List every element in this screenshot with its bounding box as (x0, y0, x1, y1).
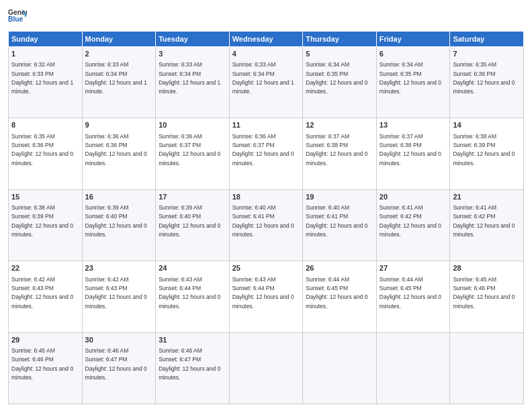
calendar-cell: 16 Sunrise: 6:39 AMSunset: 6:40 PMDaylig… (82, 189, 156, 261)
calendar-cell: 12 Sunrise: 6:37 AMSunset: 6:38 PMDaylig… (303, 118, 377, 189)
day-info: Sunrise: 6:42 AMSunset: 6:43 PMDaylight:… (11, 276, 73, 310)
calendar-header-tuesday: Tuesday (156, 32, 230, 47)
day-info: Sunrise: 6:37 AMSunset: 6:38 PMDaylight:… (306, 133, 367, 167)
day-info: Sunrise: 6:33 AMSunset: 6:34 PMDaylight:… (85, 61, 147, 95)
calendar-cell: 10 Sunrise: 6:36 AMSunset: 6:37 PMDaylig… (156, 118, 230, 189)
day-number: 9 (85, 120, 153, 130)
day-info: Sunrise: 6:33 AMSunset: 6:34 PMDaylight:… (159, 61, 220, 95)
calendar-cell: 28 Sunrise: 6:45 AMSunset: 6:46 PMDaylig… (450, 261, 524, 332)
day-number: 21 (453, 192, 521, 202)
day-number: 8 (11, 120, 79, 130)
day-number: 1 (11, 49, 79, 59)
header: General Blue (8, 7, 524, 26)
calendar-cell: 21 Sunrise: 6:41 AMSunset: 6:42 PMDaylig… (450, 189, 524, 261)
day-number: 2 (85, 49, 153, 59)
calendar-cell: 4 Sunrise: 6:33 AMSunset: 6:34 PMDayligh… (229, 47, 303, 118)
day-info: Sunrise: 6:45 AMSunset: 6:46 PMDaylight:… (11, 347, 73, 381)
day-info: Sunrise: 6:40 AMSunset: 6:41 PMDaylight:… (232, 204, 294, 238)
day-number: 10 (159, 120, 226, 130)
day-info: Sunrise: 6:38 AMSunset: 6:39 PMDaylight:… (453, 133, 515, 167)
calendar-cell: 2 Sunrise: 6:33 AMSunset: 6:34 PMDayligh… (82, 47, 156, 118)
calendar-cell (229, 332, 303, 404)
calendar-cell: 22 Sunrise: 6:42 AMSunset: 6:43 PMDaylig… (9, 261, 83, 332)
calendar-cell: 25 Sunrise: 6:43 AMSunset: 6:44 PMDaylig… (229, 261, 303, 332)
day-number: 4 (232, 49, 300, 59)
day-number: 27 (380, 263, 447, 273)
calendar-cell: 11 Sunrise: 6:36 AMSunset: 6:37 PMDaylig… (229, 118, 303, 189)
day-number: 7 (453, 49, 521, 59)
day-number: 31 (159, 335, 226, 345)
day-info: Sunrise: 6:43 AMSunset: 6:44 PMDaylight:… (232, 276, 294, 310)
day-info: Sunrise: 6:36 AMSunset: 6:37 PMDaylight:… (232, 133, 294, 167)
day-info: Sunrise: 6:36 AMSunset: 6:36 PMDaylight:… (85, 133, 147, 167)
day-info: Sunrise: 6:34 AMSunset: 6:35 PMDaylight:… (306, 61, 367, 95)
calendar-table: SundayMondayTuesdayWednesdayThursdayFrid… (8, 31, 524, 404)
day-number: 3 (159, 49, 226, 59)
calendar-cell: 8 Sunrise: 6:35 AMSunset: 6:36 PMDayligh… (9, 118, 83, 189)
calendar-cell: 27 Sunrise: 6:44 AMSunset: 6:45 PMDaylig… (376, 261, 450, 332)
calendar-week-row: 8 Sunrise: 6:35 AMSunset: 6:36 PMDayligh… (9, 118, 524, 189)
calendar-header-monday: Monday (82, 32, 156, 47)
day-number: 15 (11, 192, 79, 202)
day-number: 5 (306, 49, 373, 59)
day-info: Sunrise: 6:37 AMSunset: 6:38 PMDaylight:… (380, 133, 441, 167)
day-number: 14 (453, 120, 521, 130)
calendar-cell (376, 332, 450, 404)
calendar-cell: 9 Sunrise: 6:36 AMSunset: 6:36 PMDayligh… (82, 118, 156, 189)
calendar-cell: 17 Sunrise: 6:39 AMSunset: 6:40 PMDaylig… (156, 189, 230, 261)
day-number: 22 (11, 263, 79, 273)
day-number: 25 (232, 263, 300, 273)
day-info: Sunrise: 6:46 AMSunset: 6:47 PMDaylight:… (85, 347, 147, 381)
day-info: Sunrise: 6:32 AMSunset: 6:33 PMDaylight:… (11, 61, 73, 95)
calendar-header-friday: Friday (376, 32, 450, 47)
calendar-header-sunday: Sunday (9, 32, 83, 47)
day-info: Sunrise: 6:44 AMSunset: 6:45 PMDaylight:… (380, 276, 441, 310)
day-number: 19 (306, 192, 373, 202)
calendar-cell: 3 Sunrise: 6:33 AMSunset: 6:34 PMDayligh… (156, 47, 230, 118)
day-number: 13 (380, 120, 447, 130)
day-info: Sunrise: 6:39 AMSunset: 6:40 PMDaylight:… (85, 204, 147, 238)
calendar-cell: 6 Sunrise: 6:34 AMSunset: 6:35 PMDayligh… (376, 47, 450, 118)
day-info: Sunrise: 6:43 AMSunset: 6:44 PMDaylight:… (159, 276, 220, 310)
calendar-week-row: 29 Sunrise: 6:45 AMSunset: 6:46 PMDaylig… (9, 332, 524, 404)
calendar-cell (303, 332, 377, 404)
day-number: 17 (159, 192, 226, 202)
day-info: Sunrise: 6:35 AMSunset: 6:36 PMDaylight:… (453, 61, 515, 95)
calendar-cell: 7 Sunrise: 6:35 AMSunset: 6:36 PMDayligh… (450, 47, 524, 118)
day-info: Sunrise: 6:45 AMSunset: 6:46 PMDaylight:… (453, 276, 515, 310)
calendar-cell: 26 Sunrise: 6:44 AMSunset: 6:45 PMDaylig… (303, 261, 377, 332)
day-number: 6 (380, 49, 447, 59)
calendar-header-saturday: Saturday (450, 32, 524, 47)
calendar-cell: 19 Sunrise: 6:40 AMSunset: 6:41 PMDaylig… (303, 189, 377, 261)
calendar-cell: 23 Sunrise: 6:42 AMSunset: 6:43 PMDaylig… (82, 261, 156, 332)
logo-icon: General Blue (8, 7, 27, 26)
day-info: Sunrise: 6:39 AMSunset: 6:40 PMDaylight:… (159, 204, 220, 238)
day-info: Sunrise: 6:40 AMSunset: 6:41 PMDaylight:… (306, 204, 367, 238)
calendar-week-row: 15 Sunrise: 6:38 AMSunset: 6:39 PMDaylig… (9, 189, 524, 261)
day-info: Sunrise: 6:38 AMSunset: 6:39 PMDaylight:… (11, 204, 73, 238)
day-number: 11 (232, 120, 300, 130)
day-info: Sunrise: 6:34 AMSunset: 6:35 PMDaylight:… (380, 61, 441, 95)
calendar-cell (450, 332, 524, 404)
day-number: 24 (159, 263, 226, 273)
calendar-cell: 24 Sunrise: 6:43 AMSunset: 6:44 PMDaylig… (156, 261, 230, 332)
calendar-cell: 15 Sunrise: 6:38 AMSunset: 6:39 PMDaylig… (9, 189, 83, 261)
day-number: 29 (11, 335, 79, 345)
logo: General Blue (8, 7, 30, 26)
calendar-week-row: 1 Sunrise: 6:32 AMSunset: 6:33 PMDayligh… (9, 47, 524, 118)
day-number: 26 (306, 263, 373, 273)
calendar-cell: 18 Sunrise: 6:40 AMSunset: 6:41 PMDaylig… (229, 189, 303, 261)
calendar-cell: 30 Sunrise: 6:46 AMSunset: 6:47 PMDaylig… (82, 332, 156, 404)
day-number: 12 (306, 120, 373, 130)
day-number: 18 (232, 192, 300, 202)
calendar-cell: 1 Sunrise: 6:32 AMSunset: 6:33 PMDayligh… (9, 47, 83, 118)
page: General Blue SundayMondayTuesdayWednesda… (0, 0, 532, 411)
day-number: 20 (380, 192, 447, 202)
day-info: Sunrise: 6:41 AMSunset: 6:42 PMDaylight:… (453, 204, 515, 238)
day-info: Sunrise: 6:44 AMSunset: 6:45 PMDaylight:… (306, 276, 367, 310)
svg-text:Blue: Blue (8, 15, 24, 23)
day-number: 30 (85, 335, 153, 345)
calendar-header-row: SundayMondayTuesdayWednesdayThursdayFrid… (9, 32, 524, 47)
calendar-cell: 20 Sunrise: 6:41 AMSunset: 6:42 PMDaylig… (376, 189, 450, 261)
day-number: 28 (453, 263, 521, 273)
